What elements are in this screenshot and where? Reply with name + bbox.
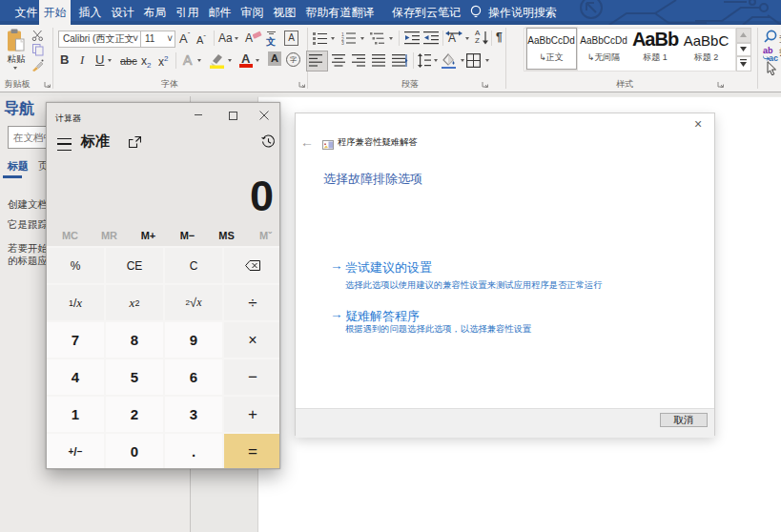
svg-text:3: 3 — [341, 40, 344, 45]
